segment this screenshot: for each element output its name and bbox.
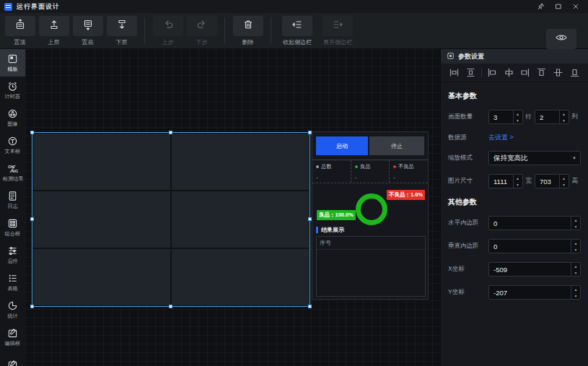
sidebar-item-label: 模板 [7,66,17,73]
grid-cell[interactable] [33,191,170,248]
sidebar-item-label: 日志 [7,203,17,210]
v-padding-input[interactable]: 0 [488,239,581,253]
design-canvas[interactable]: 启动 停止 总数 - 良品 - 不良品 - 不良品：1.0% 良品：100.0% [25,49,440,366]
expand-sidebar-button[interactable]: 展开侧边栏 [318,16,357,46]
stat-value: - [316,174,351,180]
rows-value[interactable]: 3 [489,113,513,121]
sidebar-item-editbox[interactable]: 编辑框 [0,323,25,351]
rows-unit: 行 [526,113,532,121]
move-layer-down-icon [116,19,128,33]
h-padding-label: 水平内边距 [448,219,488,227]
maximize-icon[interactable] [555,3,562,10]
scale-mode-dropdown[interactable]: 保持宽高比 [488,151,581,165]
title-bar: 运行界面设计 [0,0,588,13]
move-layer-down-button[interactable]: 下层 [105,16,138,46]
grid-cell[interactable] [33,134,170,190]
align-top-icon[interactable] [535,66,548,79]
sidebar-item-label: 文本框 [5,148,20,155]
expand-sidebar-icon [332,19,343,33]
eye-icon [555,32,568,46]
image-height-input[interactable]: 703 [535,174,569,188]
h-padding-input[interactable]: 0 [488,216,581,230]
toolbar-separator [144,17,145,43]
grid-cell[interactable] [172,191,309,248]
stop-button[interactable]: 停止 [369,136,424,155]
h-padding-value[interactable]: 0 [489,219,571,227]
start-button[interactable]: 启动 [316,136,368,155]
selection-handle[interactable] [30,217,34,221]
h-padding-stepper[interactable] [571,217,580,230]
distribute-horizontal-icon[interactable] [447,66,461,79]
selection-handle[interactable] [308,305,312,308]
y-coordinate-stepper[interactable] [571,286,580,299]
align-left-icon[interactable] [486,66,499,79]
close-icon[interactable] [572,3,579,10]
align-bottom-icon[interactable] [568,66,582,79]
sidebar-item-timer[interactable]: 计时器 [0,77,25,104]
sidebar-item-template[interactable]: 模板 [0,49,25,77]
sidebar-item-detection-result[interactable]: OKNG 检测结果 [0,159,25,186]
rows-stepper[interactable] [513,110,522,123]
stats-pie-icon [7,300,18,311]
align-toolbar [441,64,588,82]
delete-button[interactable]: 删除 [232,16,264,46]
y-coordinate-value[interactable]: -207 [489,289,571,297]
align-middle-vertical-icon[interactable] [551,66,565,79]
sidebar-item-label: 表格 [7,285,17,292]
image-height-value[interactable]: 703 [535,178,559,186]
scale-mode-value: 保持宽高比 [489,154,569,163]
v-padding-stepper[interactable] [571,240,580,253]
x-coordinate-value[interactable]: -509 [489,266,571,274]
redo-button[interactable]: 下步 [185,16,218,46]
pin-icon[interactable] [537,3,545,10]
sidebar-item-partial[interactable] [0,351,25,366]
cols-value[interactable]: 2 [535,113,559,121]
total-dot-icon [316,165,319,168]
x-coordinate-row: X坐标 -509 [448,262,581,276]
selection-handle[interactable] [169,131,172,134]
sidebar-item-log[interactable]: 日志 [0,186,25,214]
distribute-vertical-icon[interactable] [464,66,478,79]
align-center-horizontal-icon[interactable] [502,66,516,79]
undo-button[interactable]: 上步 [152,16,184,46]
grid-cell[interactable] [172,134,309,190]
sidebar-item-table[interactable]: 表格 [0,269,25,296]
data-source-row: 数据源 去设置 > [448,133,581,142]
cols-stepper[interactable] [559,110,569,123]
grid-widget-selected[interactable] [32,132,310,307]
sidebar-item-statistics[interactable]: 统计 [0,296,25,323]
basic-params-section-title: 基本参数 [448,91,581,101]
bring-to-front-button[interactable]: 置顶 [4,16,36,46]
okng-icon: OKNG [7,163,18,174]
redo-icon [196,19,208,33]
stat-good: 良品 - [351,160,390,183]
grid-cell[interactable] [172,249,309,305]
selection-handle[interactable] [30,305,34,308]
sidebar-item-textbox[interactable]: 文本框 [0,131,25,159]
image-height-stepper[interactable] [559,175,569,188]
y-coordinate-input[interactable]: -207 [488,285,581,300]
runtime-panel-widget[interactable]: 启动 停止 总数 - 良品 - 不良品 - 不良品：1.0% 良品：100.0% [312,131,429,300]
move-layer-up-label: 上层 [48,38,60,46]
image-width-value[interactable]: 1111 [489,178,513,186]
image-height-unit: 高 [572,177,579,186]
grid-cell[interactable] [33,249,170,305]
image-width-stepper[interactable] [513,175,522,188]
v-padding-value[interactable]: 0 [489,243,571,250]
sidebar-item-start-stop[interactable]: 启停 [0,241,25,269]
align-right-icon[interactable] [518,66,532,79]
rows-input[interactable]: 3 [488,110,523,124]
collapse-sidebar-button[interactable]: 收起侧边栏 [278,16,317,46]
sidebar-item-combobox[interactable]: 组合框 [0,214,25,241]
cols-input[interactable]: 2 [535,110,569,124]
data-source-settings-link[interactable]: 去设置 > [488,133,514,142]
defect-dot-icon [393,165,396,168]
selection-handle[interactable] [30,131,34,134]
x-coordinate-stepper[interactable] [571,263,580,276]
move-layer-up-button[interactable]: 上层 [38,16,70,46]
image-width-input[interactable]: 1111 [488,174,523,188]
sidebar-item-image[interactable]: 图像 [0,104,25,131]
x-coordinate-input[interactable]: -509 [488,262,581,276]
selection-handle[interactable] [169,305,172,308]
send-to-back-button[interactable]: 置底 [71,16,104,46]
